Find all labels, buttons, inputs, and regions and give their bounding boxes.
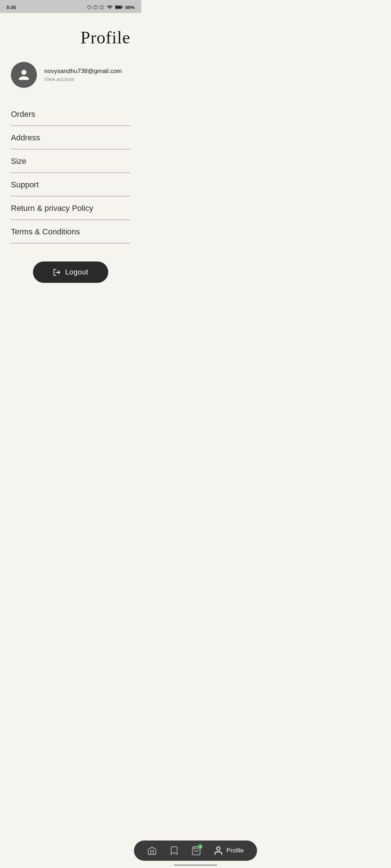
menu-item-label-terms: Terms & Conditions xyxy=(11,227,80,236)
status-bar: 5:35 xyxy=(0,0,141,13)
logout-icon xyxy=(53,268,61,276)
user-info: novysandhu738@gmail.com View account xyxy=(44,68,122,82)
svg-point-9 xyxy=(21,70,26,75)
battery-icon xyxy=(115,5,123,9)
menu-item-return-policy[interactable]: Return & privacy Policy xyxy=(11,196,130,220)
menu-item-label-size: Size xyxy=(11,157,26,166)
notification-icon-3 xyxy=(99,5,104,10)
menu-list: Orders Address Size Support Return & pri… xyxy=(0,99,141,243)
menu-item-terms[interactable]: Terms & Conditions xyxy=(11,220,130,243)
user-section[interactable]: novysandhu738@gmail.com View account xyxy=(0,55,141,99)
logout-container: Logout xyxy=(0,243,141,297)
menu-item-label-orders: Orders xyxy=(11,110,35,119)
notification-icon-2 xyxy=(93,5,98,10)
menu-item-size[interactable]: Size xyxy=(11,149,130,173)
notification-icon-1 xyxy=(87,5,92,10)
menu-item-label-address: Address xyxy=(11,133,40,142)
svg-rect-8 xyxy=(115,6,121,9)
page-title: Profile xyxy=(80,27,130,47)
menu-item-support[interactable]: Support xyxy=(11,173,130,196)
svg-rect-7 xyxy=(122,7,123,8)
status-icons xyxy=(87,5,104,10)
status-right: 99% xyxy=(87,5,135,10)
menu-item-address[interactable]: Address xyxy=(11,126,130,149)
menu-item-label-support: Support xyxy=(11,180,39,189)
battery-percentage: 99% xyxy=(125,5,135,10)
wifi-icon xyxy=(106,5,113,10)
logout-label: Logout xyxy=(65,268,88,276)
user-email: novysandhu738@gmail.com xyxy=(44,68,122,75)
user-icon xyxy=(17,68,30,82)
logout-button[interactable]: Logout xyxy=(33,261,108,283)
menu-item-orders[interactable]: Orders xyxy=(11,102,130,126)
avatar[interactable] xyxy=(11,62,37,88)
status-time: 5:35 xyxy=(7,5,16,10)
view-account-link[interactable]: View account xyxy=(44,76,122,82)
menu-item-label-return-policy: Return & privacy Policy xyxy=(11,204,93,213)
page-title-container: Profile xyxy=(0,13,141,55)
